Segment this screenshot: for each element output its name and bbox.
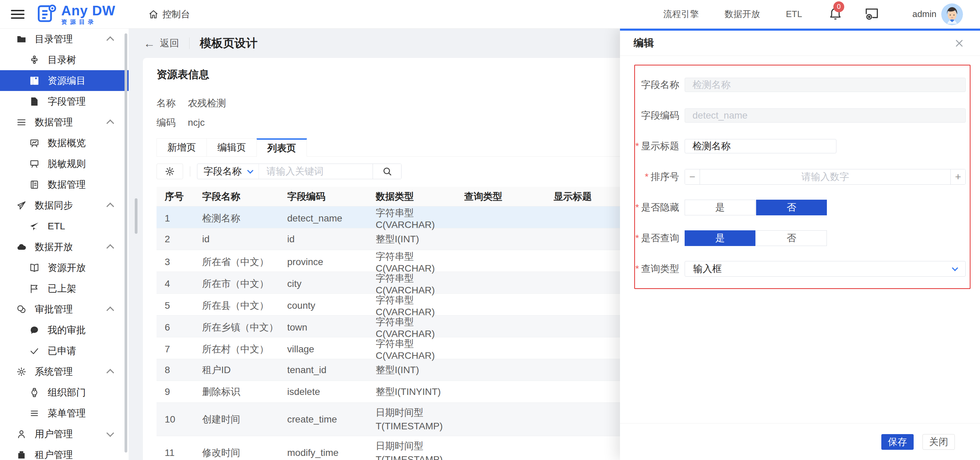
chart-board-icon	[29, 137, 40, 149]
column-settings-button[interactable]	[156, 164, 183, 179]
col-字段名称: 字段名称	[194, 190, 279, 203]
sidebar-item-resource-cataloging[interactable]: 资源编目	[0, 70, 129, 91]
field-code-input[interactable]	[685, 109, 966, 123]
decrement-button[interactable]: −	[685, 169, 700, 184]
chevron-down-icon	[107, 429, 115, 437]
catalog-book-icon	[29, 75, 40, 86]
sort-number-input[interactable]	[700, 169, 950, 184]
field-code-label: 字段编码	[635, 109, 685, 122]
sidebar-item-user-management[interactable]: 用户管理	[0, 423, 129, 444]
person-icon	[16, 428, 27, 440]
logo-title: Any DW	[61, 4, 115, 18]
is-hidden-no-button[interactable]: 否	[756, 200, 827, 216]
sidebar-item-catalog-management[interactable]: 目录管理	[0, 29, 129, 50]
drawer-close-button[interactable]: 关闭	[923, 434, 955, 450]
name-value: 农残检测	[188, 97, 226, 110]
sidebar-item-tenant-management[interactable]: 租户管理	[0, 444, 129, 460]
save-button[interactable]: 保存	[881, 434, 914, 450]
notification-badge: 0	[833, 2, 844, 12]
arrow-left-icon: ←	[143, 37, 155, 50]
nav-etl[interactable]: ETL	[786, 9, 802, 19]
logo-subtitle: 资源目录	[61, 19, 115, 25]
open-book-icon	[29, 262, 40, 274]
search-icon	[381, 165, 393, 177]
notifications-button[interactable]: 0	[828, 6, 843, 22]
list-icon	[16, 117, 27, 128]
sidebar-scrollbar[interactable]	[124, 34, 127, 452]
col-字段编码: 字段编码	[279, 190, 368, 203]
sidebar-item-system-management[interactable]: 系统管理	[0, 361, 129, 382]
close-button[interactable]	[953, 37, 965, 49]
col-数据类型: 数据类型	[368, 190, 456, 203]
gear-icon	[16, 366, 27, 377]
tab-edit-page[interactable]: 编辑页	[207, 138, 257, 157]
folder-icon	[16, 34, 27, 45]
divider	[189, 37, 189, 49]
is-hidden-toggle: 是 否	[685, 200, 827, 216]
chevron-up-icon	[107, 369, 115, 377]
tree-icon	[29, 54, 40, 66]
sidebar-item-masking-rules[interactable]: 脱敏规则	[0, 153, 129, 174]
link-icon	[16, 303, 27, 315]
sort-number-stepper: − +	[685, 169, 966, 185]
sidebar-item-data-open-group[interactable]: 数据开放	[0, 236, 129, 257]
drawer-title: 编辑	[633, 36, 654, 50]
page-title: 模板页设计	[200, 35, 258, 51]
chevron-up-icon	[107, 119, 115, 127]
sidebar-item-data-sync[interactable]: 数据同步	[0, 195, 129, 216]
display-title-label: 显示标题	[635, 140, 685, 153]
edit-drawer: 编辑 字段名称 字段编码 显示标题	[620, 29, 980, 460]
app-root: Any DW 资源目录 控制台 流程引擎 数据开放 ETL 0 admin	[0, 0, 980, 460]
username: admin	[912, 9, 937, 19]
hamburger-menu-icon[interactable]	[11, 8, 24, 21]
document-icon	[29, 96, 40, 107]
workspace-settings-button[interactable]	[864, 6, 880, 23]
is-query-toggle: 是 否	[685, 230, 827, 246]
sidebar-item-my-approvals[interactable]: 我的审批	[0, 319, 129, 340]
sidebar-item-published[interactable]: 已上架	[0, 278, 129, 299]
filter-field-select[interactable]: 字段名称	[197, 164, 259, 179]
back-button[interactable]: ← 返回	[143, 37, 179, 50]
tab-add-page[interactable]: 新增页	[156, 138, 207, 157]
divider	[190, 166, 190, 177]
sidebar-item-approval-management[interactable]: 审批管理	[0, 299, 129, 319]
flag-icon	[29, 283, 40, 294]
close-icon	[953, 37, 965, 49]
chevron-down-icon	[247, 167, 253, 173]
sort-number-label: 排序号	[635, 170, 685, 183]
sidebar-item-etl[interactable]: ETL	[0, 216, 129, 236]
increment-button[interactable]: +	[950, 169, 966, 184]
field-name-label: 字段名称	[635, 78, 685, 91]
sidebar-item-resource-open[interactable]: 资源开放	[0, 257, 129, 278]
sidebar: 目录管理 目录树 资源编目 字段管理 数据管理 数据概览	[0, 29, 129, 460]
is-query-yes-button[interactable]: 是	[685, 230, 756, 246]
highlighted-form-region: 字段名称 字段编码 显示标题 排序号	[634, 65, 970, 289]
is-hidden-yes-button[interactable]: 是	[685, 200, 756, 216]
content-scrollbar[interactable]	[135, 198, 137, 234]
logo-icon	[36, 3, 57, 26]
sidebar-item-field-management[interactable]: 字段管理	[0, 91, 129, 112]
sidebar-item-menu-management[interactable]: 菜单管理	[0, 403, 129, 423]
avatar[interactable]	[941, 3, 963, 25]
sidebar-item-org-department[interactable]: 组织部门	[0, 382, 129, 403]
query-type-select[interactable]: 输入框	[685, 261, 966, 277]
notebook-icon	[29, 179, 40, 190]
nav-data-open[interactable]: 数据开放	[724, 8, 760, 20]
sidebar-item-catalog-tree[interactable]: 目录树	[0, 50, 129, 70]
sidebar-item-data-management-group[interactable]: 数据管理	[0, 112, 129, 133]
sidebar-item-applied[interactable]: 已申请	[0, 340, 129, 361]
sidebar-item-data-management[interactable]: 数据管理	[0, 174, 129, 195]
check-icon	[29, 345, 40, 357]
is-query-no-button[interactable]: 否	[756, 230, 827, 246]
sidebar-item-data-overview[interactable]: 数据概览	[0, 133, 129, 153]
is-query-label: 是否查询	[635, 232, 685, 244]
keyword-input[interactable]	[259, 164, 372, 179]
search-button[interactable]	[372, 164, 401, 179]
chevron-up-icon	[107, 306, 115, 314]
display-title-input[interactable]	[685, 139, 837, 153]
nav-process-engine[interactable]: 流程引擎	[663, 8, 698, 20]
console-link[interactable]: 控制台	[148, 8, 190, 21]
field-name-input[interactable]	[685, 78, 966, 92]
menu-lines-icon	[29, 407, 40, 419]
tab-list-page[interactable]: 列表页	[256, 138, 307, 157]
